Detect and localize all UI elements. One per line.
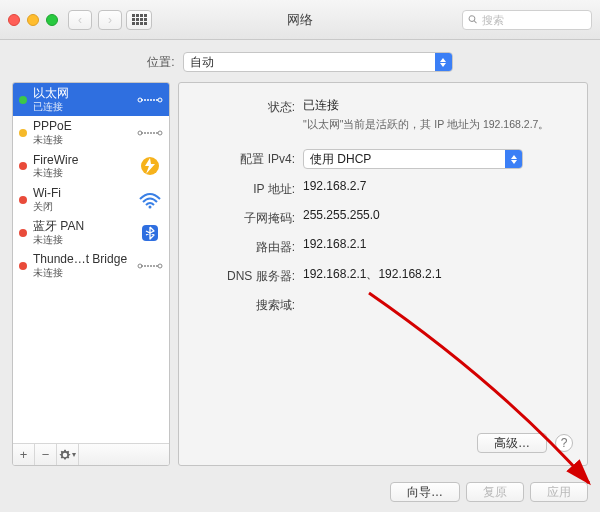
ethernet-icon — [137, 124, 163, 142]
status-dot-icon — [19, 262, 27, 270]
mask-label: 子网掩码: — [193, 208, 303, 227]
interface-status: 未连接 — [33, 134, 131, 146]
wizard-button[interactable]: 向导… — [390, 482, 460, 502]
svg-point-5 — [149, 205, 152, 208]
interface-name: Thunde…t Bridge — [33, 253, 131, 267]
search-field[interactable] — [462, 10, 592, 30]
interface-status: 已连接 — [33, 101, 131, 113]
grid-icon — [132, 14, 147, 25]
config-ipv4-value: 使用 DHCP — [304, 151, 505, 168]
interfaces-sidebar: 以太网 已连接 PPPoE 未连接 FireWire 未连接 Wi-Fi 关闭 … — [12, 82, 170, 466]
status-subtext: "以太网"当前是活跃的，其 IP 地址为 192.168.2.7。 — [303, 117, 573, 131]
status-dot-icon — [19, 229, 27, 237]
advanced-button[interactable]: 高级… — [477, 433, 547, 453]
firewire-icon — [137, 157, 163, 175]
location-label: 位置: — [147, 54, 174, 71]
status-dot-icon — [19, 162, 27, 170]
ip-label: IP 地址: — [193, 179, 303, 198]
window-title: 网络 — [287, 11, 313, 29]
dns-label: DNS 服务器: — [193, 266, 303, 285]
sidebar-item-wifi-3[interactable]: Wi-Fi 关闭 — [13, 183, 169, 216]
interface-name: PPPoE — [33, 120, 131, 134]
interface-name: 蓝牙 PAN — [33, 220, 131, 234]
interface-name: 以太网 — [33, 87, 131, 101]
interface-status: 未连接 — [33, 167, 131, 179]
sidebar-item-ethernet-1[interactable]: PPPoE 未连接 — [13, 116, 169, 149]
sidebar-item-bluetooth-4[interactable]: 蓝牙 PAN 未连接 — [13, 216, 169, 249]
chevron-updown-icon — [435, 53, 452, 71]
svg-point-1 — [158, 98, 162, 102]
config-ipv4-select[interactable]: 使用 DHCP — [303, 149, 523, 169]
interface-detail-panel: 状态: 已连接 "以太网"当前是活跃的，其 IP 地址为 192.168.2.7… — [178, 82, 588, 466]
sidebar-item-ethernet-0[interactable]: 以太网 已连接 — [13, 83, 169, 116]
location-select[interactable]: 自动 — [183, 52, 453, 72]
searchdomain-label: 搜索域: — [193, 295, 303, 314]
chevron-down-icon: ▾ — [72, 450, 76, 459]
nav-forward[interactable]: › — [98, 10, 122, 30]
router-value: 192.168.2.1 — [303, 237, 573, 251]
window-zoom[interactable] — [46, 14, 58, 26]
interface-status: 未连接 — [33, 234, 131, 246]
config-ipv4-label: 配置 IPv4: — [193, 149, 303, 168]
nav-back[interactable]: ‹ — [68, 10, 92, 30]
dns-value: 192.168.2.1、192.168.2.1 — [303, 266, 573, 283]
add-interface-button[interactable]: + — [13, 444, 35, 466]
status-dot-icon — [19, 96, 27, 104]
bluetooth-icon — [137, 224, 163, 242]
show-all-prefs[interactable] — [126, 10, 152, 30]
status-label: 状态: — [193, 97, 303, 116]
interface-menu-button[interactable]: ▾ — [57, 444, 79, 466]
sidebar-item-ethernet-5[interactable]: Thunde…t Bridge 未连接 — [13, 249, 169, 282]
svg-point-3 — [158, 131, 162, 135]
location-value: 自动 — [184, 54, 435, 71]
interface-status: 未连接 — [33, 267, 131, 279]
apply-button[interactable]: 应用 — [530, 482, 588, 502]
svg-point-8 — [158, 264, 162, 268]
status-dot-icon — [19, 196, 27, 204]
interface-name: Wi-Fi — [33, 187, 131, 201]
interface-status: 关闭 — [33, 201, 131, 213]
interface-name: FireWire — [33, 154, 131, 168]
router-label: 路由器: — [193, 237, 303, 256]
status-value: 已连接 — [303, 98, 339, 112]
window-close[interactable] — [8, 14, 20, 26]
sidebar-item-firewire-2[interactable]: FireWire 未连接 — [13, 150, 169, 183]
revert-button[interactable]: 复原 — [466, 482, 524, 502]
status-dot-icon — [19, 129, 27, 137]
ethernet-icon — [137, 91, 163, 109]
window-minimize[interactable] — [27, 14, 39, 26]
remove-interface-button[interactable]: − — [35, 444, 57, 466]
wifi-icon — [137, 191, 163, 209]
gear-icon — [59, 449, 71, 461]
search-input[interactable] — [482, 14, 586, 26]
search-icon — [468, 14, 478, 25]
chevron-updown-icon — [505, 150, 522, 168]
help-button[interactable]: ? — [555, 434, 573, 452]
mask-value: 255.255.255.0 — [303, 208, 573, 222]
ip-value: 192.168.2.7 — [303, 179, 573, 193]
ethernet-icon — [137, 257, 163, 275]
